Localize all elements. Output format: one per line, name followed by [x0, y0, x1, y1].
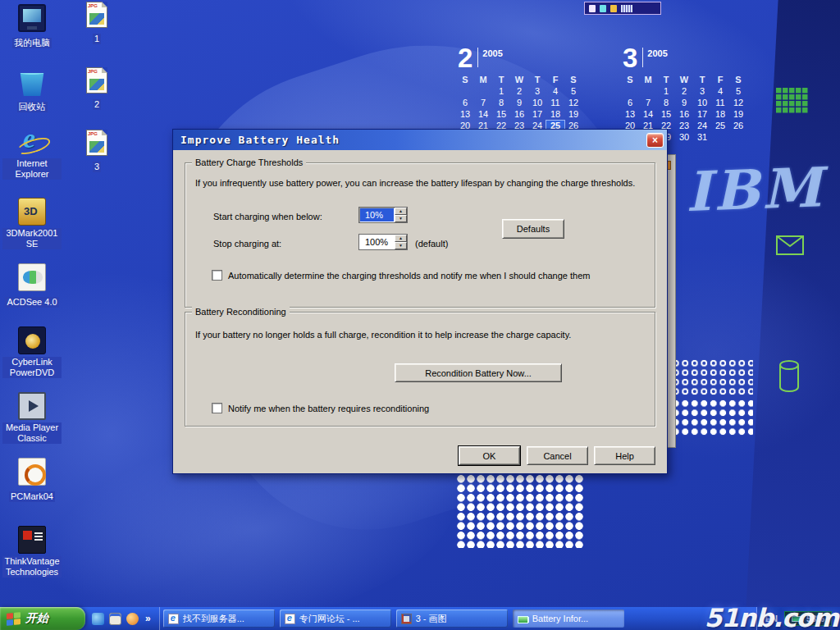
- cancel-button[interactable]: Cancel: [527, 446, 588, 465]
- ok-button[interactable]: OK: [459, 446, 520, 465]
- desktop-file-3[interactable]: JPG 3: [79, 130, 115, 173]
- group-legend: Battery Reconditioning: [192, 307, 290, 317]
- power-status-toolbar[interactable]: [584, 2, 661, 15]
- calendar-month-number: 3: [623, 45, 637, 71]
- start-charging-label: Start charging when below:: [213, 212, 322, 221]
- acdsee-icon: [18, 263, 46, 291]
- dialog-titlebar[interactable]: Improve Battery Health ×: [173, 130, 667, 150]
- auto-determine-checkbox[interactable]: [212, 270, 222, 281]
- defaults-button[interactable]: Defaults: [502, 219, 564, 239]
- desktop-icon-pcmark04[interactable]: PCMark04: [2, 458, 62, 503]
- quicklaunch-overflow-chevron[interactable]: »: [144, 613, 153, 624]
- taskbar-tasks: 找不到服务器... 专门网论坛 - ... 3 - 画图 Battery Inf…: [160, 607, 628, 630]
- jpg-thumbnail: [89, 141, 104, 153]
- desktop-icon-powerdvd[interactable]: CyberLink PowerDVD: [2, 326, 62, 379]
- task-button-forum[interactable]: 专门网论坛 - ...: [280, 609, 391, 628]
- calendar-year: 2005: [647, 48, 667, 58]
- calendar-cell: 23: [675, 121, 693, 132]
- calendar-cell: F: [711, 75, 729, 86]
- calendar-cell: 9: [510, 98, 528, 109]
- quicklaunch-media-icon[interactable]: [126, 613, 139, 625]
- calendar-cell: 6: [621, 98, 639, 109]
- calendar-cell: 16: [675, 109, 693, 121]
- desktop-icon-label: 回收站: [17, 102, 48, 112]
- watermark: 51nb.com: [705, 603, 838, 630]
- desktop-icon-media-player-classic[interactable]: Media Player Classic: [2, 392, 62, 445]
- task-label: 3 - 画图: [416, 613, 447, 625]
- desktop-icon-label: CyberLink PowerDVD: [2, 357, 62, 378]
- notify-reconditioning-row: Notify me when the battery requires reco…: [212, 403, 648, 413]
- desktop-icon-recycle-bin[interactable]: 回收站: [2, 68, 62, 113]
- close-icon: ×: [652, 135, 658, 145]
- recondition-battery-button[interactable]: Recondition Battery Now...: [395, 363, 562, 382]
- stop-threshold-spinner[interactable]: 100% ▲ ▼: [358, 234, 408, 250]
- file-label: 3: [93, 162, 101, 172]
- calendar-cell: 3: [693, 86, 711, 98]
- notify-reconditioning-checkbox[interactable]: [212, 403, 222, 413]
- calendar-cell: 31: [693, 132, 711, 144]
- close-button[interactable]: ×: [646, 133, 664, 148]
- default-note: (default): [415, 239, 448, 249]
- battery-icon: [518, 616, 528, 623]
- calendar-cell: F: [546, 75, 564, 86]
- file-label: 2: [93, 99, 101, 110]
- calendar-header: 3 2005: [621, 45, 749, 71]
- spin-down-button[interactable]: ▼: [395, 215, 407, 222]
- calendar-cell: 9: [675, 98, 693, 109]
- internet-explorer-icon: [18, 128, 46, 156]
- desktop-icon-thinkvantage[interactable]: ThinkVantage Technologies: [2, 526, 62, 578]
- calendar-cell: 30: [675, 132, 693, 144]
- desktop-icon-internet-explorer[interactable]: Internet Explorer: [2, 128, 62, 180]
- auto-determine-row: Automatically determine the charging thr…: [212, 270, 648, 281]
- start-threshold-spinner[interactable]: 10% ▲ ▼: [358, 207, 408, 223]
- task-label: 专门网论坛 - ...: [299, 613, 360, 625]
- desktop-file-1[interactable]: JPG 1: [79, 2, 115, 45]
- spreadsheet-grid-icon: [776, 88, 809, 117]
- calendar-cell: 8: [657, 98, 675, 109]
- calendar-cell: 24: [693, 121, 711, 132]
- desktop-file-2[interactable]: JPG 2: [79, 67, 115, 111]
- desktop-icon-label: ACDSee 4.0: [5, 297, 58, 308]
- jpg-tag: JPG: [88, 69, 98, 74]
- spin-down-button[interactable]: ▼: [395, 242, 407, 249]
- calendar-cell: 3: [528, 86, 546, 98]
- spin-up-button[interactable]: ▲: [395, 208, 407, 215]
- task-button-paint[interactable]: 3 - 画图: [396, 609, 508, 628]
- desktop-icon-3dmark2001[interactable]: 3DMark2001 SE: [2, 198, 62, 250]
- group-legend: Battery Charge Thresholds: [192, 158, 306, 167]
- calendar-cell: 14: [474, 109, 492, 121]
- powerdvd-icon: [18, 326, 46, 354]
- task-button-server-not-found[interactable]: 找不到服务器...: [163, 609, 275, 628]
- calendar-february-2005: 2 2005 SMTWTFS12345678910111213141516171…: [456, 45, 584, 132]
- desktop-icon-label: Media Player Classic: [2, 422, 62, 444]
- calendar-cell: 10: [693, 98, 711, 109]
- spin-up-button[interactable]: ▲: [395, 235, 407, 242]
- calendar-month-number: 2: [458, 45, 472, 71]
- task-button-battery-information[interactable]: Battery Infor...: [513, 609, 624, 628]
- file-label: 1: [93, 34, 101, 44]
- calendar-cell: [639, 86, 657, 98]
- calendar-cell: [474, 86, 492, 98]
- calendar-header: 2 2005: [456, 45, 584, 71]
- help-button[interactable]: Help: [594, 446, 655, 465]
- reconditioning-description: If your battery no longer holds a full c…: [195, 330, 646, 340]
- ie-page-icon: [285, 614, 295, 624]
- desktop-icon-acdsee[interactable]: ACDSee 4.0: [2, 263, 62, 308]
- improve-battery-health-dialog: Improve Battery Health × Battery Charge …: [172, 129, 668, 474]
- calendar-cell: 1: [492, 86, 510, 98]
- desktop-icon-label: 3DMark2001 SE: [2, 228, 62, 249]
- stop-threshold-value[interactable]: 100%: [359, 235, 395, 249]
- calendar-cell: S: [729, 75, 747, 86]
- jpg-file-icon: JPG: [86, 2, 107, 28]
- desktop-icon-my-computer[interactable]: 我的电脑: [2, 4, 62, 49]
- quicklaunch-ie-icon[interactable]: [92, 613, 104, 625]
- recycle-bin-icon: [18, 68, 46, 96]
- calendar-cell: T: [657, 75, 675, 86]
- stop-charging-label: Stop charging at:: [213, 239, 281, 249]
- task-label: Battery Infor...: [532, 614, 588, 623]
- start-threshold-value[interactable]: 10%: [360, 208, 394, 221]
- jpg-tag: JPG: [88, 3, 98, 8]
- calendar-cell: M: [474, 75, 492, 86]
- start-button[interactable]: 开始: [0, 607, 85, 630]
- quicklaunch-show-desktop-icon[interactable]: [109, 613, 121, 625]
